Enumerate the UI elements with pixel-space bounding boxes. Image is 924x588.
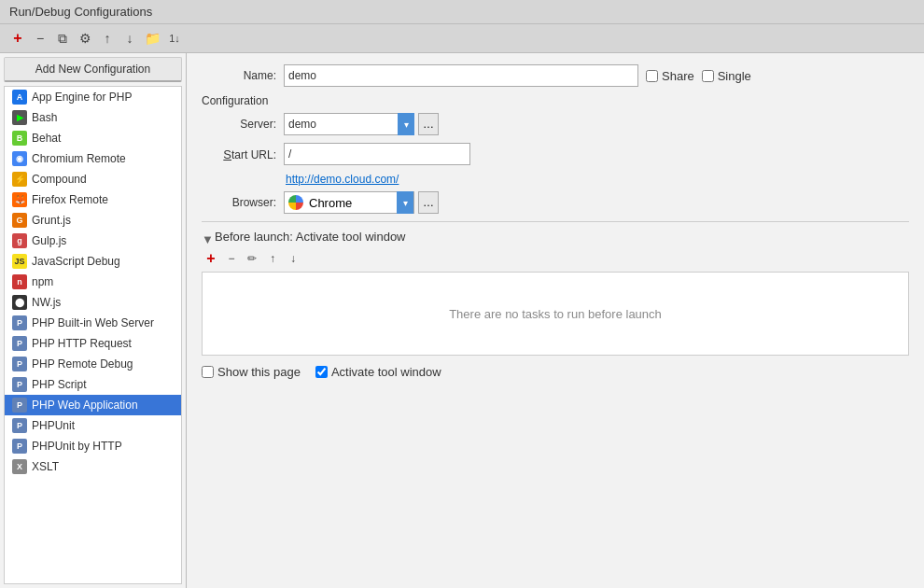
toolbar: + − ⧉ ⚙ ↑ ↓ 📁 1↓ — [0, 24, 924, 53]
chrome-icon — [288, 195, 303, 210]
config-item-icon-behat: B — [12, 131, 27, 146]
config-item-icon-gulpjs: g — [12, 233, 27, 248]
config-item-firefox-remote[interactable]: 🦊Firefox Remote — [5, 189, 181, 210]
url-link[interactable]: http://demo.cloud.com/ — [286, 173, 909, 186]
config-item-compound[interactable]: ⚡Compound — [5, 169, 181, 189]
share-checkbox[interactable] — [646, 70, 658, 82]
config-item-label-php-script: PHP Script — [32, 378, 86, 391]
title-bar: Run/Debug Configurations — [0, 0, 924, 24]
server-ellipsis-button[interactable]: … — [418, 113, 439, 135]
browser-dropdown-arrow[interactable]: ▾ — [397, 191, 413, 214]
remove-button[interactable]: − — [30, 28, 50, 49]
config-item-label-nwjs: NW.js — [32, 296, 61, 309]
sort-button[interactable]: 1↓ — [164, 28, 185, 49]
start-url-input[interactable] — [284, 143, 470, 165]
config-item-label-phpunit: PHPUnit — [32, 419, 75, 432]
config-item-icon-php-script: P — [12, 377, 27, 392]
config-item-icon-firefox-remote: 🦊 — [12, 192, 27, 207]
config-item-npm[interactable]: nnpm — [5, 272, 181, 292]
config-item-php-web-server[interactable]: PPHP Built-in Web Server — [5, 313, 181, 333]
bottom-checkboxes: Show this page Activate tool window — [202, 365, 909, 379]
right-panel: Name: Share Single Configuration Server: — [187, 53, 924, 588]
config-item-php-http[interactable]: PPHP HTTP Request — [5, 333, 181, 354]
browser-ellipsis-button[interactable]: … — [418, 191, 439, 214]
config-item-icon-php-remote-debug: P — [12, 357, 27, 371]
before-launch-toggle[interactable]: ▼ — [202, 232, 211, 242]
start-url-label: Start URL: — [202, 147, 276, 161]
config-item-icon-phpunit: P — [12, 418, 27, 433]
show-page-checkbox[interactable] — [202, 366, 214, 378]
before-launch-down[interactable]: ↓ — [284, 249, 302, 268]
config-item-phpunit-http[interactable]: PPHPUnit by HTTP — [5, 436, 181, 456]
browser-select-wrapper: Chrome ▾ — [284, 191, 414, 214]
config-item-label-php-web-app: PHP Web Application — [32, 399, 138, 412]
config-item-label-phpunit-http: PHPUnit by HTTP — [32, 440, 122, 453]
server-row: Server: ▾ … — [202, 113, 909, 135]
settings-button[interactable]: ⚙ — [75, 28, 95, 49]
before-launch-header: ▼ Before launch: Activate tool window — [202, 230, 909, 244]
config-item-label-gulpjs: Gulp.js — [32, 234, 66, 247]
config-item-label-behat: Behat — [32, 132, 61, 145]
activate-window-label: Activate tool window — [315, 365, 441, 379]
config-item-behat[interactable]: BBehat — [5, 128, 181, 148]
config-item-php-web-app[interactable]: PPHP Web Application◀ — [5, 395, 181, 415]
config-item-label-compound: Compound — [32, 173, 87, 186]
config-list: AApp Engine for PHP▶BashBBehat◉Chromium … — [4, 86, 182, 584]
main-content: Add New Configuration AApp Engine for PH… — [0, 53, 924, 588]
config-item-php-script[interactable]: PPHP Script — [5, 374, 181, 395]
before-launch-up[interactable]: ↑ — [263, 249, 282, 268]
browser-value: Chrome — [309, 196, 352, 210]
config-item-icon-bash: ▶ — [12, 110, 27, 125]
server-dropdown-row: ▾ … — [284, 113, 439, 135]
config-item-php-remote-debug[interactable]: PPHP Remote Debug — [5, 354, 181, 374]
add-button[interactable]: + — [7, 28, 28, 49]
browser-select[interactable]: Chrome ▾ — [284, 191, 414, 214]
no-tasks-label: There are no tasks to run before launch — [449, 307, 662, 321]
config-item-icon-nwjs: ⬤ — [12, 295, 27, 310]
move-down-button[interactable]: ↓ — [119, 28, 140, 49]
browser-row: Browser: Chrome ▾ … — [202, 191, 909, 214]
activate-window-checkbox[interactable] — [315, 366, 328, 378]
before-launch-area: There are no tasks to run before launch — [202, 272, 909, 356]
config-item-label-gruntjs: Grunt.js — [32, 214, 71, 227]
config-item-chromium-remote[interactable]: ◉Chromium Remote — [5, 148, 181, 169]
folder-button[interactable]: 📁 — [142, 28, 162, 49]
name-label: Name: — [202, 69, 276, 82]
config-item-icon-php-web-server: P — [12, 315, 27, 330]
browser-label: Browser: — [202, 196, 276, 209]
configuration-label: Configuration — [202, 94, 909, 107]
config-item-label-php-http: PHP HTTP Request — [32, 337, 132, 350]
move-up-button[interactable]: ↑ — [97, 28, 118, 49]
config-item-nwjs[interactable]: ⬤NW.js — [5, 292, 181, 313]
config-item-xslt[interactable]: XXSLT — [5, 456, 181, 477]
before-launch-label: Before launch: Activate tool window — [215, 230, 406, 244]
config-item-app-engine[interactable]: AApp Engine for PHP — [5, 87, 181, 107]
add-config-button[interactable]: Add New Configuration — [4, 57, 182, 82]
config-item-icon-xslt: X — [12, 459, 27, 474]
before-launch-edit[interactable]: ✏ — [243, 249, 261, 268]
config-item-gulpjs[interactable]: gGulp.js — [5, 231, 181, 251]
config-item-label-php-remote-debug: PHP Remote Debug — [32, 357, 133, 371]
config-item-label-xslt: XSLT — [32, 460, 59, 473]
before-launch-remove[interactable]: − — [222, 249, 241, 268]
server-input[interactable] — [284, 113, 414, 135]
name-input[interactable] — [284, 64, 638, 87]
config-item-label-chromium-remote: Chromium Remote — [32, 152, 126, 165]
single-checkbox[interactable] — [702, 70, 714, 82]
config-item-icon-php-web-app: P — [12, 398, 27, 413]
config-item-label-bash: Bash — [32, 111, 57, 124]
config-item-phpunit[interactable]: PPHPUnit — [5, 415, 181, 436]
config-item-icon-chromium-remote: ◉ — [12, 151, 27, 166]
config-item-icon-php-http: P — [12, 336, 27, 351]
config-item-gruntjs[interactable]: GGrunt.js — [5, 210, 181, 231]
config-item-bash[interactable]: ▶Bash — [5, 107, 181, 128]
window-title: Run/Debug Configurations — [9, 5, 152, 19]
copy-button[interactable]: ⧉ — [52, 28, 73, 49]
config-item-icon-phpunit-http: P — [12, 439, 27, 454]
config-item-icon-gruntjs: G — [12, 213, 27, 228]
show-page-label: Show this page — [202, 365, 301, 379]
config-item-javascript-debug[interactable]: JSJavaScript Debug — [5, 251, 181, 272]
before-launch-add[interactable]: + — [202, 249, 220, 268]
config-item-icon-app-engine: A — [12, 90, 27, 105]
server-select-wrapper: ▾ — [284, 113, 414, 135]
